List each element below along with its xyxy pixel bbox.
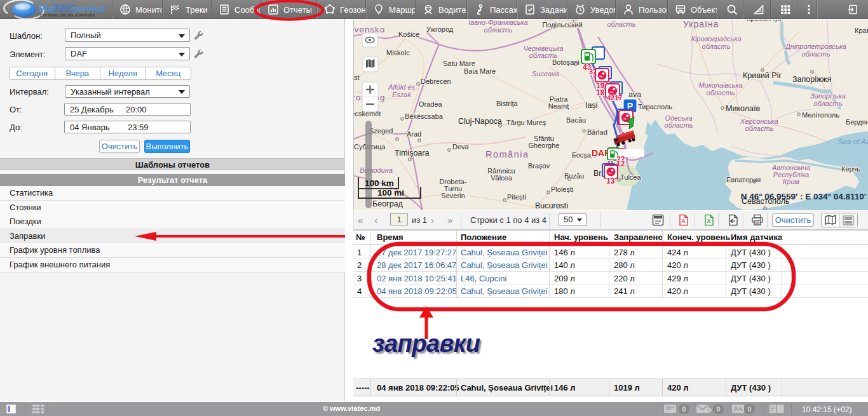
svg-text:Oradea: Oradea [419,100,443,108]
svg-text:Bacău: Bacău [566,116,586,124]
svg-text:Кременчук: Кременчук [747,20,782,22]
svg-text:Керчь: Керчь [841,165,860,173]
svg-text:Крамато: Крамато [855,27,868,34]
svg-text:4217: 4217 [607,94,622,102]
svg-text:область: область [745,124,774,132]
svg-text:Satu Mare: Satu Mare [443,60,475,67]
svg-text:Neamț: Neamț [548,102,569,110]
svg-text:Миколаїв: Миколаїв [726,104,760,113]
svg-text:X: X [707,217,711,224]
svg-text:область: область [702,43,731,50]
svg-text:Békéscsaba: Békéscsaba [405,112,444,120]
svg-text:Tulcea: Tulcea [620,173,641,181]
svg-text:область: область [707,89,735,97]
svg-text:Миколаївська: Миколаївська [698,81,742,89]
svg-text:Košice: Košice [398,30,419,38]
svg-text:Крим: Крим [783,178,800,185]
svg-text:N 46° 06.9559' : E 034° 04.811: N 46° 06.9559' : E 034° 04.8110' [741,192,866,201]
svg-text:Cluj-Napoca: Cluj-Napoca [458,117,502,126]
svg-text:Ужгород: Ужгород [426,25,454,33]
svg-text:Târgu Mureș: Târgu Mureș [506,119,546,126]
svg-text:Мелітополь: Мелітополь [802,111,839,119]
svg-text:service: service [72,3,105,14]
svg-text:Alföld és: Alföld és [388,83,416,91]
svg-text:13: 13 [606,177,615,185]
svg-text:Szeged: Szeged [369,127,393,135]
svg-text:A: A [681,218,686,224]
svg-text:TEC: TEC [53,3,75,15]
svg-text:Івано-Франківська: Івано-Франківська [468,20,527,26]
svg-text:Buzău: Buzău [564,172,584,180]
svg-text:100 mi: 100 mi [377,188,404,198]
svg-text:Deva: Deva [452,143,470,151]
svg-text:Arad: Arad [407,130,421,138]
svg-text:Pitești: Pitești [507,193,526,201]
svg-text:Бердянськ: Бердянськ [846,118,868,126]
svg-text:Baia Mare: Baia Mare [464,67,496,75]
svg-text:Timișoara: Timișoara [395,149,429,158]
svg-text:область: область [814,100,843,107]
svg-text:Vâlcea: Vâlcea [491,174,513,182]
svg-text:Észak: Észak [392,91,411,98]
svg-text:Sea of Azov: Sea of Azov [838,138,868,145]
svg-text:Botoșani: Botoșani [552,58,580,66]
svg-text:România: România [485,149,529,159]
svg-text:Ploiești: Ploiești [551,185,573,193]
svg-text:Београд: Београд [372,199,403,208]
svg-text:Suceava: Suceava [532,70,559,77]
svg-text:Запорізька: Запорізька [810,92,846,100]
svg-text:область: область [802,50,831,58]
svg-text:Miskolc: Miskolc [386,49,410,57]
svg-text:Via: Via [38,3,54,15]
svg-text:Brașov: Brașov [528,162,550,170]
svg-text:18: 18 [596,88,605,97]
svg-text:Budapest: Budapest [354,74,359,81]
svg-text:Дніпропетровська: Дніпропетровська [784,43,846,50]
svg-text:Debrecen: Debrecen [421,77,451,85]
svg-text:область: область [607,20,636,28]
svg-text:Кривий Ріг: Кривий Ріг [743,71,782,80]
svg-text:область: область [484,26,513,34]
svg-text:Bucuresti: Bucuresti [535,201,568,210]
svg-text:ava: ava [628,90,641,99]
svg-text:Тирасполь: Тирасполь [638,103,672,111]
svg-text:100 km: 100 km [365,178,394,188]
svg-text:Bistrița: Bistrița [496,100,519,107]
svg-text:Војводина: Војводина [360,166,393,174]
svg-text:Gheorghe: Gheorghe [529,142,560,149]
svg-text:Запоріжжя: Запоріжжя [792,75,831,84]
svg-text:Severin: Severin [441,192,465,199]
svg-text:область: область [665,121,693,129]
svg-text:Iași: Iași [585,101,597,110]
svg-text:Bârlad: Bârlad [587,128,607,136]
svg-text:Подільський: Подільський [542,21,582,29]
svg-text:СИСТЕМЫ ONLINE КОНТРОЛЯ: СИСТЕМЫ ONLINE КОНТРОЛЯ [40,14,95,17]
svg-text:Україна: Україна [683,20,719,29]
svg-text:Кіровоградська: Кіровоградська [691,35,741,43]
